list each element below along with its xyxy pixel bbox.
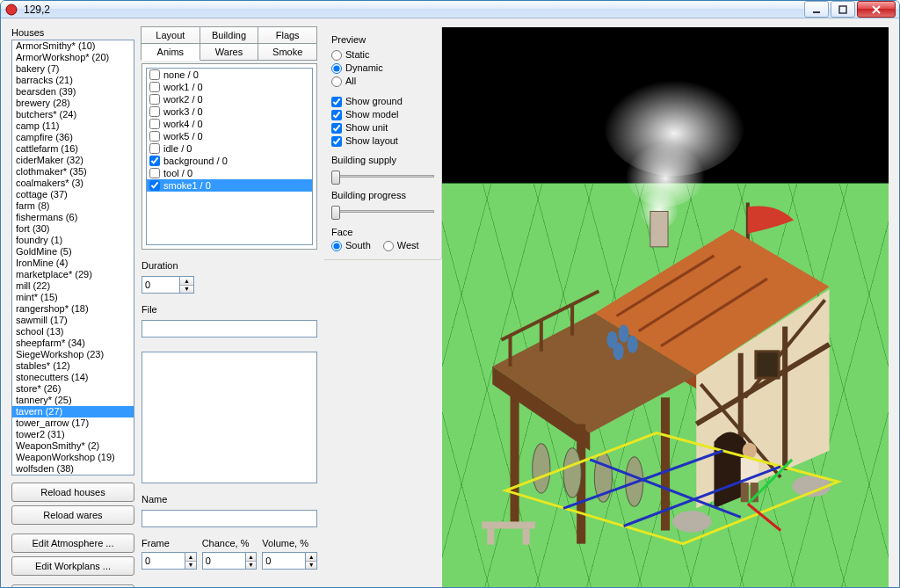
houses-item[interactable]: clothmaker* (35) (12, 166, 134, 178)
houses-item[interactable]: tower_arrow (17) (12, 417, 134, 429)
houses-item[interactable]: SiegeWorkshop (23) (12, 349, 134, 360)
anim-checkbox[interactable] (149, 69, 160, 80)
anim-item[interactable]: work3 / 0 (147, 105, 312, 118)
anim-checkbox[interactable] (149, 156, 160, 166)
supply-slider[interactable] (331, 167, 434, 185)
chance-input[interactable] (202, 552, 246, 570)
houses-item[interactable]: sawmill (17) (12, 315, 134, 326)
houses-item[interactable]: tannery* (25) (12, 395, 134, 406)
houses-item[interactable]: bakery (7) (12, 63, 134, 75)
tab-wares[interactable]: Wares (200, 43, 259, 61)
anim-item[interactable]: idle / 0 (147, 142, 312, 155)
houses-item[interactable]: brewery (28) (12, 98, 134, 109)
viewport-3d[interactable] (442, 27, 889, 588)
titlebar[interactable]: 129,2 (1, 1, 899, 18)
houses-item[interactable]: fishermans (6) (12, 212, 134, 223)
show-layout-check[interactable]: Show layout (331, 134, 434, 148)
houses-item[interactable]: ArmorSmithy* (10) (12, 40, 134, 52)
reload-wares-button[interactable]: Reload wares (11, 505, 134, 525)
houses-item[interactable]: GoldMine (5) (12, 246, 134, 258)
houses-item[interactable]: tavern (27) (12, 406, 134, 417)
duration-input[interactable] (142, 276, 180, 294)
tab-layout[interactable]: Layout (141, 26, 200, 44)
edit-workplans-button[interactable]: Edit Workplans ... (11, 556, 134, 576)
houses-item[interactable]: sheepfarm* (34) (12, 338, 134, 349)
houses-item[interactable]: mill (22) (12, 280, 134, 292)
houses-item[interactable]: mint* (15) (12, 292, 134, 303)
tab-anims[interactable]: Anims (141, 43, 200, 61)
anim-checkbox[interactable] (149, 143, 160, 154)
houses-item[interactable]: cottage (37) (12, 189, 134, 200)
anim-checkbox[interactable] (149, 94, 160, 105)
anim-item[interactable]: smoke1 / 0 (147, 179, 312, 192)
anim-item[interactable]: work1 / 0 (147, 81, 312, 93)
anims-listbox[interactable]: none / 0work1 / 0work2 / 0work3 / 0work4… (146, 68, 313, 245)
volume-spinner[interactable]: ▲▼ (262, 552, 317, 570)
volume-input[interactable] (262, 552, 306, 570)
houses-item[interactable]: fort (30) (12, 223, 134, 235)
houses-item[interactable]: cattlefarm (16) (12, 143, 134, 155)
face-south[interactable]: South (331, 239, 371, 252)
houses-item[interactable]: ArmorWorkshop* (20) (12, 52, 134, 63)
preview-mode-all[interactable]: All (331, 75, 434, 88)
houses-item[interactable]: stonecutters (14) (12, 372, 134, 383)
face-west[interactable]: West (383, 239, 419, 252)
houses-item[interactable]: butchers* (24) (12, 109, 134, 120)
name-input[interactable] (142, 510, 317, 527)
viewport-scene (442, 27, 889, 588)
anim-item[interactable]: work4 / 0 (147, 118, 312, 130)
anim-item[interactable]: none / 0 (147, 69, 312, 81)
anim-item[interactable]: background / 0 (147, 155, 312, 167)
anim-checkbox[interactable] (149, 82, 160, 92)
preview-mode-dynamic[interactable]: Dynamic (331, 62, 434, 75)
anim-checkbox[interactable] (149, 106, 160, 117)
anim-checkbox[interactable] (149, 131, 160, 142)
frame-spinner[interactable]: ▲▼ (142, 552, 197, 570)
anim-checkbox[interactable] (149, 180, 160, 191)
anim-item[interactable]: work2 / 0 (147, 93, 312, 105)
houses-item[interactable]: ciderMaker (32) (12, 155, 134, 166)
show-model-check[interactable]: Show model (331, 108, 434, 121)
houses-item[interactable]: stables* (12) (12, 360, 134, 372)
houses-item[interactable]: wolfsden (38) (12, 463, 134, 475)
tab-building[interactable]: Building (200, 26, 259, 44)
save-houses-button[interactable]: Save houses.xml (11, 584, 134, 588)
tabs-column: Layout Building Flags Anims Wares Smoke … (142, 27, 317, 588)
houses-item[interactable]: coalmakers* (3) (12, 178, 134, 189)
frame-input[interactable] (142, 552, 185, 570)
minimize-button[interactable] (804, 1, 829, 18)
progress-slider[interactable] (331, 202, 434, 220)
houses-listbox[interactable]: ArmorSmithy* (10)ArmorWorkshop* (20)bake… (11, 40, 134, 475)
preview-mode-static[interactable]: Static (331, 48, 434, 62)
anim-checkbox[interactable] (149, 119, 160, 129)
anim-item[interactable]: tool / 0 (147, 167, 312, 179)
edit-atmosphere-button[interactable]: Edit Atmosphere ... (11, 534, 134, 553)
duration-spinner[interactable]: ▲▼ (142, 276, 196, 294)
chance-spinner[interactable]: ▲▼ (202, 552, 258, 570)
tab-flags[interactable]: Flags (258, 26, 317, 44)
anim-item[interactable]: work5 / 0 (147, 130, 312, 142)
houses-item[interactable]: store* (26) (12, 383, 134, 395)
anim-checkbox[interactable] (149, 168, 160, 178)
houses-item[interactable]: marketplace* (29) (12, 269, 134, 280)
houses-item[interactable]: camp (11) (12, 120, 134, 132)
houses-item[interactable]: barracks (21) (12, 75, 134, 86)
houses-item[interactable]: IronMine (4) (12, 258, 134, 269)
houses-item[interactable]: rangershop* (18) (12, 303, 134, 315)
houses-item[interactable]: tower2 (31) (12, 429, 134, 440)
houses-item[interactable]: foundry (1) (12, 235, 134, 246)
houses-item[interactable]: campfire (36) (12, 132, 134, 143)
houses-item[interactable]: farm (8) (12, 200, 134, 212)
houses-item[interactable]: bearsden (39) (12, 86, 134, 98)
file-input[interactable] (142, 320, 317, 338)
reload-houses-button[interactable]: Reload houses (11, 483, 134, 502)
houses-item[interactable]: WeaponSmithy* (2) (12, 440, 134, 452)
close-button[interactable] (857, 1, 896, 18)
show-ground-check[interactable]: Show ground (331, 95, 434, 108)
houses-item[interactable]: WeaponWorkshop (19) (12, 452, 134, 463)
spin-buttons[interactable]: ▲▼ (180, 276, 194, 294)
maximize-button[interactable] (831, 1, 855, 18)
houses-item[interactable]: school (13) (12, 326, 134, 338)
tab-smoke[interactable]: Smoke (258, 43, 317, 61)
show-unit-check[interactable]: Show unit (331, 121, 434, 134)
